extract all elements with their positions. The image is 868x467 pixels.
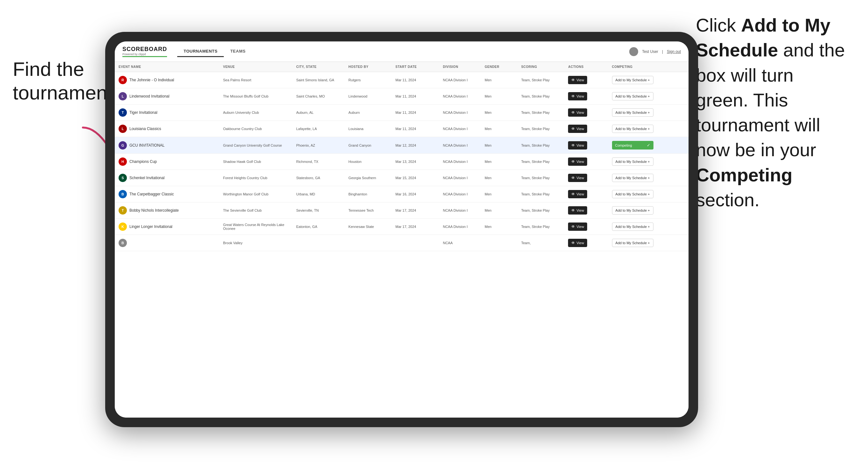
add-to-schedule-button[interactable]: Add to My Schedule +	[612, 222, 653, 231]
logo-green-bar	[122, 56, 167, 57]
eye-icon: 👁	[571, 110, 575, 115]
table-header-row: EVENT NAME VENUE CITY, STATE HOSTED BY S…	[115, 62, 688, 72]
hosted-by-cell: Georgia Southern	[345, 170, 392, 186]
competing-cell: Add to My Schedule +	[608, 170, 688, 186]
scoring-cell: Team, Stroke Play	[517, 88, 564, 104]
logo-sub: Powered by clippd	[122, 53, 167, 56]
gender-cell: Men	[481, 203, 517, 219]
gender-cell: Men	[481, 88, 517, 104]
actions-cell: 👁View	[564, 137, 608, 154]
gender-cell	[481, 235, 517, 251]
table-row: G GCU INVITATIONAL Grand Canyon Universi…	[115, 137, 688, 154]
app-header: SCOREBOARD Powered by clippd TOURNAMENTS…	[115, 41, 688, 62]
start-date-cell: Mar 12, 2024	[392, 137, 439, 154]
start-date-cell: Mar 11, 2024	[392, 88, 439, 104]
hosted-by-cell: Grand Canyon	[345, 137, 392, 154]
start-date-cell: Mar 17, 2024	[392, 203, 439, 219]
col-header-city: CITY, STATE	[292, 62, 345, 72]
division-cell: NCAA Division I	[439, 203, 481, 219]
view-button[interactable]: 👁View	[568, 222, 587, 231]
add-to-schedule-button[interactable]: Add to My Schedule +	[612, 76, 653, 84]
scoring-cell: Team, Stroke Play	[517, 203, 564, 219]
user-avatar	[629, 47, 638, 56]
annotation-left-title: Find the	[13, 57, 118, 81]
hosted-by-cell: Louisiana	[345, 121, 392, 137]
event-name-text: GCU INVITATIONAL	[129, 143, 164, 148]
view-button[interactable]: 👁View	[568, 174, 587, 182]
view-button[interactable]: 👁View	[568, 157, 587, 166]
actions-cell: 👁View	[564, 186, 608, 203]
venue-cell: Worthington Manor Golf Club	[219, 186, 292, 203]
scoring-cell: Team, Stroke Play	[517, 219, 564, 235]
hosted-by-cell: Auburn	[345, 104, 392, 121]
team-logo: L	[119, 125, 127, 133]
eye-icon: 👁	[571, 176, 575, 180]
event-name-cell: S Schenkel Invitational	[119, 174, 216, 182]
add-to-schedule-button[interactable]: Add to My Schedule +	[612, 157, 653, 166]
scoring-cell: Team, Stroke Play	[517, 170, 564, 186]
team-logo: S	[119, 174, 127, 182]
venue-cell: Great Waters Course At Reynolds Lake Oco…	[219, 219, 292, 235]
table-row: T Tiger Invitational Auburn University C…	[115, 104, 688, 121]
sign-out-link[interactable]: Sign out	[667, 50, 681, 54]
event-name-text: Lindenwood Invitational	[129, 94, 169, 98]
competing-cell: Competing✓	[608, 137, 688, 154]
table-container: EVENT NAME VENUE CITY, STATE HOSTED BY S…	[115, 62, 688, 417]
competing-cell: Add to My Schedule +	[608, 219, 688, 235]
add-to-schedule-button[interactable]: Add to My Schedule +	[612, 125, 653, 133]
view-button[interactable]: 👁View	[568, 190, 587, 198]
venue-cell: The Sevierville Golf Club	[219, 203, 292, 219]
view-button[interactable]: 👁View	[568, 141, 587, 150]
venue-cell: Brook Valley	[219, 235, 292, 251]
annotation-right-text3: section.	[696, 189, 760, 210]
table-row: B Brook ValleyNCAATeam,👁ViewAdd to My Sc…	[115, 235, 688, 251]
start-date-cell: Mar 11, 2024	[392, 72, 439, 88]
add-to-schedule-button[interactable]: Add to My Schedule +	[612, 206, 653, 215]
team-logo: B	[119, 239, 127, 247]
annotation-right-text1: Click	[696, 15, 741, 35]
event-name-text: Louisiana Classics	[129, 127, 161, 131]
venue-cell: Forest Heights Country Club	[219, 170, 292, 186]
venue-cell: Shadow Hawk Golf Club	[219, 154, 292, 170]
col-header-hosted: HOSTED BY	[345, 62, 392, 72]
hosted-by-cell: Rutgers	[345, 72, 392, 88]
add-to-schedule-button[interactable]: Add to My Schedule +	[612, 108, 653, 117]
tab-teams[interactable]: TEAMS	[224, 46, 252, 57]
checkmark-icon: ✓	[647, 143, 650, 148]
competing-cell: Add to My Schedule +	[608, 235, 688, 251]
actions-cell: 👁View	[564, 104, 608, 121]
view-button[interactable]: 👁View	[568, 125, 587, 133]
division-cell: NCAA Division I	[439, 170, 481, 186]
division-cell: NCAA Division I	[439, 88, 481, 104]
table-row: L Lindenwood Invitational The Missouri B…	[115, 88, 688, 104]
division-cell: NCAA	[439, 235, 481, 251]
add-to-schedule-button[interactable]: Add to My Schedule +	[612, 174, 653, 182]
gender-cell: Men	[481, 121, 517, 137]
competing-button[interactable]: Competing✓	[612, 141, 653, 150]
team-logo: R	[119, 76, 127, 84]
scoring-cell: Team,	[517, 235, 564, 251]
add-to-schedule-button[interactable]: Add to My Schedule +	[612, 190, 653, 198]
view-button[interactable]: 👁View	[568, 239, 587, 247]
scoring-cell: Team, Stroke Play	[517, 137, 564, 154]
team-logo: L	[119, 92, 127, 100]
city-cell: Richmond, TX	[292, 154, 345, 170]
add-to-schedule-button[interactable]: Add to My Schedule +	[612, 92, 653, 100]
team-logo: B	[119, 190, 127, 198]
add-to-schedule-button[interactable]: Add to My Schedule +	[612, 239, 653, 247]
actions-cell: 👁View	[564, 203, 608, 219]
col-header-actions: ACTIONS	[564, 62, 608, 72]
eye-icon: 👁	[571, 143, 575, 148]
actions-cell: 👁View	[564, 219, 608, 235]
view-button[interactable]: 👁View	[568, 76, 587, 84]
tablet: SCOREBOARD Powered by clippd TOURNAMENTS…	[105, 32, 698, 427]
eye-icon: 👁	[571, 78, 575, 82]
city-cell: Statesboro, GA	[292, 170, 345, 186]
view-button[interactable]: 👁View	[568, 108, 587, 117]
tab-tournaments[interactable]: TOURNAMENTS	[177, 46, 224, 57]
col-header-scoring: SCORING	[517, 62, 564, 72]
event-name-cell: L Louisiana Classics	[119, 125, 216, 133]
view-button[interactable]: 👁View	[568, 206, 587, 215]
view-button[interactable]: 👁View	[568, 92, 587, 100]
venue-cell: Sea Palms Resort	[219, 72, 292, 88]
